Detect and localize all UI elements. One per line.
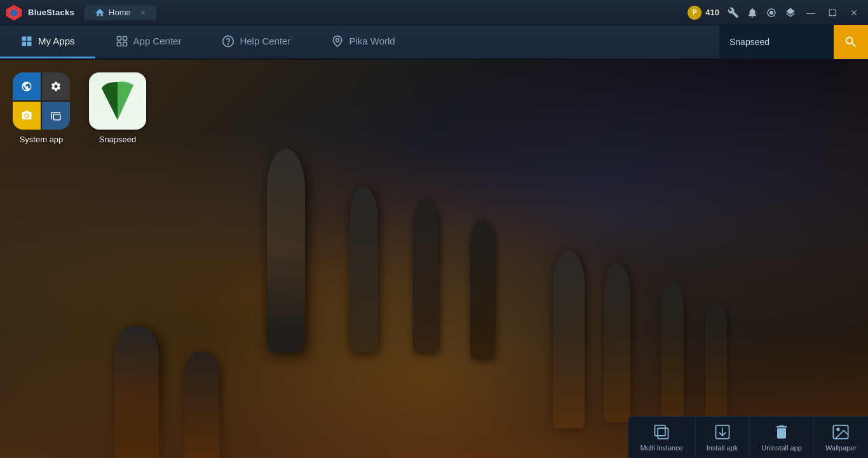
nav-bar: My Apps App Center Help Center Pika Worl… [0,25,868,60]
svg-rect-8 [123,42,126,46]
svg-rect-7 [117,42,121,46]
svg-point-12 [25,114,29,118]
tab-help-center-label: Help Center [240,36,290,46]
search-bar [719,25,868,58]
wallpaper-label: Wallpaper [825,444,857,452]
snapseed-icon [89,72,146,130]
record-icon[interactable] [764,5,779,20]
bell-icon[interactable] [745,5,760,20]
tab-my-apps[interactable]: My Apps [0,25,95,58]
bottom-toolbar: Multi instance Install apk Uninstall app [628,416,868,458]
tab-pika-world-label: Pika World [349,36,395,46]
app-grid: System app Snapseed [13,72,146,144]
main-content: System app Snapseed [0,60,868,458]
svg-point-11 [336,38,339,41]
tab-my-apps-label: My Apps [38,36,75,46]
snapseed-label: Snapseed [99,135,137,144]
system-app-label: System app [20,135,64,144]
multi-instance-button[interactable]: Multi instance [628,417,695,458]
sys-icon-globe [13,72,41,100]
sys-icon-camera [13,102,41,130]
title-bar: BlueStacks Home P 410 [0,0,868,25]
tab-app-center[interactable]: App Center [95,25,202,58]
multi-instance-label: Multi instance [640,444,682,452]
app-item-snapseed[interactable]: Snapseed [89,72,146,144]
home-tab[interactable]: Home [85,5,156,20]
uninstall-app-button[interactable]: Uninstall app [750,417,814,458]
wallpaper-button[interactable]: Wallpaper [814,417,868,458]
install-apk-label: Install apk [707,444,738,452]
search-button[interactable] [834,25,868,59]
tab-app-center-label: App Center [133,36,182,46]
minimize-button[interactable]: — [802,4,820,22]
svg-point-4 [770,11,773,15]
uninstall-app-label: Uninstall app [761,444,802,452]
svg-rect-13 [655,426,665,436]
app-item-system[interactable]: System app [13,72,70,144]
search-input[interactable] [719,25,834,58]
tab-pika-world[interactable]: Pika World [311,25,415,58]
tab-help-center[interactable]: Help Center [201,25,311,58]
brand-name: BlueStacks [28,8,74,17]
wrench-icon[interactable] [726,5,741,20]
system-app-icon [13,72,70,130]
svg-rect-5 [117,36,121,40]
close-button[interactable] [845,4,863,22]
svg-point-10 [228,43,229,44]
bluestacks-logo [5,4,23,22]
restore-button[interactable] [824,4,841,22]
title-bar-controls: P 410 — [688,4,863,22]
svg-rect-14 [658,428,668,438]
svg-rect-6 [123,36,126,40]
layers-icon[interactable] [783,5,798,20]
home-tab-label: Home [109,8,131,17]
svg-point-17 [837,428,840,431]
sys-icon-apps [42,102,70,130]
points-value: 410 [705,8,719,17]
install-apk-button[interactable]: Install apk [695,417,750,458]
sys-icon-gear [42,72,70,100]
points-icon: P [688,6,702,20]
